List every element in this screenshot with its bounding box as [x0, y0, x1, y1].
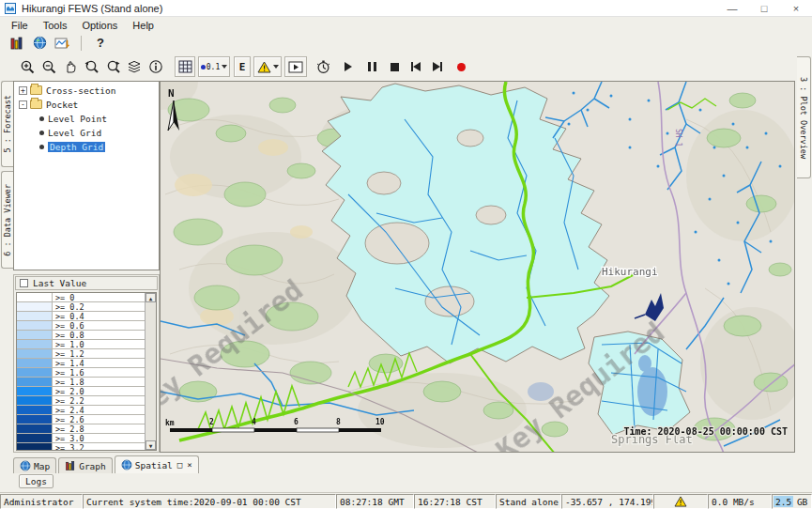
database-icon[interactable]	[6, 34, 28, 52]
tab-forecast[interactable]: 5 : Forecast	[1, 81, 13, 167]
tree-node-depth-grid[interactable]: Depth Grid	[14, 141, 159, 152]
grid-display-icon[interactable]	[175, 56, 195, 77]
tab-map[interactable]: Map	[13, 457, 56, 473]
last-value-toggle[interactable]: Last Value	[15, 276, 158, 290]
legend-row-label: >= 1.0	[53, 340, 84, 348]
legend-color-swatch	[17, 331, 53, 339]
layers-icon[interactable]	[124, 56, 145, 77]
panel-maximize-icon[interactable]: □	[177, 460, 182, 470]
tab-data-viewer[interactable]: 6 : Data Viewer	[1, 171, 13, 269]
legend-row[interactable]: >= 1.2	[17, 349, 145, 359]
legend-row[interactable]: >= 2.6	[17, 415, 145, 424]
animation-window-icon[interactable]	[284, 56, 307, 77]
map-toolbar: 0.1 E 2020-08-25 00:00:00 CST	[0, 53, 812, 81]
timer-icon[interactable]	[313, 56, 333, 77]
zoom-in-icon[interactable]	[17, 56, 38, 77]
folder-icon	[30, 100, 42, 109]
legend-scrollbar[interactable]: ▲ ▼	[145, 293, 156, 450]
skip-to-start-button[interactable]	[406, 56, 426, 77]
last-value-checkbox[interactable]	[20, 279, 28, 287]
record-button[interactable]	[451, 56, 471, 77]
scale-unit-label: km	[165, 419, 175, 427]
legend-row[interactable]: >= 0.2	[17, 302, 145, 312]
minimize-button[interactable]: —	[716, 0, 748, 17]
legend-row[interactable]: >= 2.8	[17, 424, 145, 434]
globe-icon[interactable]	[28, 34, 51, 52]
warning-icon	[257, 61, 271, 73]
legend-row[interactable]: >= 1.4	[17, 359, 145, 368]
legend-row[interactable]: >= 0.6	[17, 321, 145, 331]
stop-button[interactable]	[384, 56, 405, 77]
legend-row-label: >= 0.8	[53, 331, 84, 339]
legend-color-swatch	[17, 443, 53, 451]
tree-node-pocket[interactable]: - Pocket	[14, 99, 159, 110]
tree-node-cross-section[interactable]: + Cross-section	[14, 85, 159, 96]
legend-row-label: >= 0.4	[53, 312, 84, 320]
tab-spatial[interactable]: Spatial □ ×	[115, 455, 199, 473]
menu-options[interactable]: Options	[74, 19, 125, 32]
class-break-dropdown[interactable]: 0.1	[198, 56, 230, 77]
tab-graph-label: Graph	[79, 461, 106, 471]
status-coordinates: -35.657 , 174.199	[561, 494, 653, 509]
expander-icon[interactable]: +	[19, 86, 27, 95]
menu-tools[interactable]: Tools	[36, 19, 75, 32]
zoom-previous-icon[interactable]	[82, 56, 102, 77]
legend-row[interactable]: >= 1.0	[17, 340, 145, 349]
map-canvas[interactable]: SH 1 API Key Required API Key Required H…	[161, 82, 795, 453]
legend-row[interactable]: >= 0.4	[17, 312, 145, 321]
zoom-out-icon[interactable]	[38, 56, 59, 77]
legend-row[interactable]: >= 0	[17, 293, 145, 302]
legend-color-swatch	[17, 349, 53, 358]
panel-close-icon[interactable]: ×	[187, 460, 192, 470]
north-label: N	[168, 87, 175, 100]
legend-color-swatch	[17, 359, 53, 367]
legend-row[interactable]: >= 1.8	[17, 378, 145, 387]
legend-row[interactable]: >= 3.0	[17, 434, 145, 443]
legend-row[interactable]: >= 0.8	[17, 331, 145, 340]
legend-panel: Last Value >= 0 >= 0.2 >= 0.4 >= 0.6 >= …	[13, 274, 160, 453]
main-toolbar: ?	[0, 33, 812, 53]
legend-row[interactable]: >= 2.2	[17, 396, 145, 406]
editor-button[interactable]: E	[234, 56, 251, 77]
tab-plot-overview[interactable]: 3 : Plot Overview	[797, 56, 811, 178]
info-icon[interactable]	[146, 56, 166, 77]
data-viewer-tree: + Cross-section - Pocket Level Point Lev…	[13, 81, 160, 270]
tree-node-level-point[interactable]: Level Point	[14, 113, 159, 124]
legend-row[interactable]: >= 1.6	[17, 368, 145, 378]
expander-icon[interactable]: -	[19, 100, 27, 109]
maximize-button[interactable]: □	[748, 0, 780, 17]
legend-row[interactable]: >= 2.4	[17, 406, 145, 415]
tab-graph[interactable]: Graph	[58, 457, 113, 473]
menu-file[interactable]: File	[4, 19, 36, 32]
skip-to-end-button[interactable]	[427, 56, 448, 77]
pan-hand-icon[interactable]	[60, 56, 81, 77]
scroll-up-icon[interactable]: ▲	[146, 293, 156, 302]
zoom-next-icon[interactable]	[103, 56, 124, 77]
logs-button[interactable]: Logs	[19, 474, 54, 488]
timeseries-display-icon[interactable]	[51, 34, 73, 52]
tree-node-label: Level Point	[48, 114, 107, 124]
status-local-time: 16:27:18 CST	[414, 494, 496, 509]
warning-dropdown[interactable]	[253, 56, 282, 77]
road-label: SH 1	[674, 129, 682, 147]
tree-node-level-grid[interactable]: Level Grid	[14, 127, 159, 138]
tree-node-label: Level Grid	[48, 128, 101, 138]
close-button[interactable]: ×	[780, 0, 812, 17]
legend-row[interactable]: >= 3.2	[17, 443, 145, 451]
status-warning-cell[interactable]	[653, 494, 708, 509]
legend-row[interactable]: >= 2.0	[17, 387, 145, 396]
help-button[interactable]: ?	[89, 34, 112, 52]
right-tab-strip: 3 : Plot Overview	[795, 53, 812, 454]
bullet-icon	[39, 131, 44, 135]
legend-row-label: >= 1.2	[53, 349, 84, 358]
dot-icon	[201, 65, 206, 69]
legend-row-label: >= 2.0	[53, 387, 84, 395]
scroll-down-icon[interactable]: ▼	[146, 440, 156, 450]
map-time-label: Time: 2020-08-25 00:00:00 CST	[623, 426, 788, 437]
legend-row-label: >= 3.0	[53, 434, 84, 442]
chart-icon	[65, 460, 76, 471]
pause-button[interactable]	[361, 56, 382, 77]
menu-help[interactable]: Help	[125, 19, 161, 32]
status-mode: Stand alone	[496, 494, 561, 509]
play-button[interactable]	[338, 56, 359, 77]
